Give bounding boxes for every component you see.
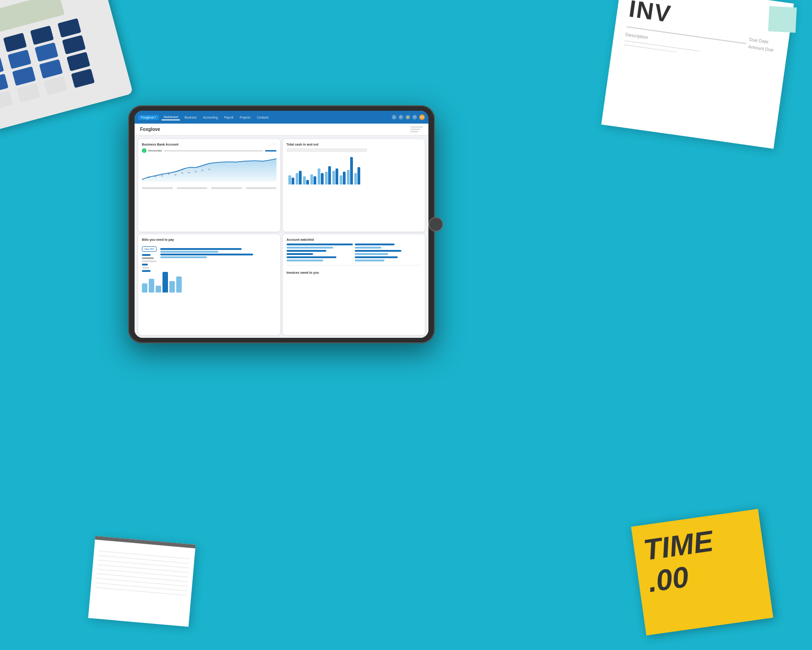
invoice-document: INV Description Due Date Amount Due bbox=[601, 0, 794, 149]
notebook-line bbox=[97, 569, 188, 577]
reconcile-progress bbox=[265, 150, 276, 152]
add-icon[interactable]: + bbox=[392, 115, 396, 119]
bills-bar bbox=[162, 272, 168, 292]
calc-btn bbox=[35, 42, 59, 62]
sticky-note-text: TIME.00 bbox=[641, 519, 759, 598]
bar-group bbox=[296, 171, 302, 184]
calc-btn bbox=[0, 74, 8, 93]
bill-line bbox=[142, 254, 151, 256]
new-bill-button[interactable]: New Bill bbox=[142, 246, 157, 252]
invoice-line bbox=[624, 44, 677, 52]
nav-link-business[interactable]: Business bbox=[183, 115, 198, 120]
ipad-screen: Foxglove ▾ Dashboard Business Accounting… bbox=[135, 111, 428, 338]
ipad-body: Foxglove ▾ Dashboard Business Accounting… bbox=[128, 105, 435, 343]
brand-dropdown-icon[interactable]: ▾ bbox=[155, 116, 156, 119]
bill-line bbox=[142, 270, 151, 272]
nav-brand[interactable]: Foxglove ▾ bbox=[138, 115, 159, 120]
bills-bar bbox=[169, 281, 175, 292]
app-navbar: Foxglove ▾ Dashboard Business Accounting… bbox=[135, 111, 428, 124]
bar-light bbox=[332, 171, 335, 184]
page-title: Foxglove bbox=[140, 127, 160, 132]
bar-dark bbox=[306, 180, 309, 184]
cash-bar-chart bbox=[287, 155, 421, 184]
notebook-line bbox=[98, 551, 189, 559]
calc-btn bbox=[30, 26, 54, 45]
cash-subtitle-bar bbox=[287, 148, 367, 152]
nav-link-accounting[interactable]: Accounting bbox=[201, 115, 220, 120]
footer-item bbox=[246, 187, 277, 189]
bar-dark bbox=[357, 167, 360, 184]
calculator-buttons bbox=[0, 17, 99, 110]
bar-light bbox=[296, 173, 298, 184]
calc-btn bbox=[66, 52, 90, 71]
bar-dark bbox=[299, 171, 302, 184]
bar-light bbox=[303, 176, 306, 184]
widget-menu-dots[interactable]: ··· bbox=[271, 143, 276, 145]
watchlist-line bbox=[287, 244, 353, 245]
bar-light bbox=[310, 174, 313, 184]
bills-right-lines bbox=[160, 248, 276, 258]
invoice-sticky-note bbox=[768, 6, 797, 32]
notebook-line bbox=[98, 555, 189, 563]
notebook-line bbox=[98, 559, 189, 568]
nav-link-projects[interactable]: Projects bbox=[238, 115, 252, 120]
watchlist-line bbox=[287, 260, 323, 261]
bank-account-title: Business Bank Account bbox=[142, 143, 276, 146]
calc-btn bbox=[0, 91, 13, 110]
bank-area-chart bbox=[142, 157, 276, 182]
reconciled-check-icon: ✓ bbox=[142, 148, 146, 153]
nav-icons: + 🔍 🔔 ? MR bbox=[392, 114, 425, 120]
notebook-line bbox=[97, 564, 189, 573]
bar-dark bbox=[336, 168, 338, 184]
reconcile-bar bbox=[164, 150, 263, 152]
help-icon[interactable]: ? bbox=[412, 115, 417, 119]
bar-light bbox=[325, 172, 328, 184]
bar-light bbox=[288, 175, 291, 184]
calc-btn bbox=[39, 59, 63, 79]
watchlist-col-left bbox=[287, 244, 353, 261]
sticky-note: TIME.00 bbox=[631, 509, 774, 636]
bar-dark bbox=[328, 166, 331, 184]
notebook-line bbox=[95, 587, 186, 596]
bills-bar bbox=[149, 279, 154, 292]
ipad: Foxglove ▾ Dashboard Business Accounting… bbox=[128, 105, 435, 343]
menu-line bbox=[410, 129, 420, 130]
bar-light bbox=[347, 170, 350, 184]
nav-link-dashboard[interactable]: Dashboard bbox=[162, 114, 180, 120]
bell-icon[interactable]: 🔔 bbox=[406, 115, 410, 119]
bar-dark bbox=[321, 173, 324, 184]
watchlist-line bbox=[287, 256, 336, 258]
bar-group bbox=[340, 172, 346, 184]
bar-group bbox=[310, 174, 316, 184]
bar-dark bbox=[343, 172, 346, 184]
watchlist-line bbox=[355, 247, 381, 249]
calc-btn bbox=[16, 83, 40, 103]
calc-btn bbox=[3, 33, 27, 53]
reconciled-row: ✓ Reconciled bbox=[142, 148, 276, 153]
watchlist-line bbox=[355, 244, 395, 245]
watchlist-line bbox=[355, 260, 384, 261]
bill-line bbox=[142, 264, 148, 265]
ipad-home-button[interactable] bbox=[428, 217, 443, 232]
nav-link-payroll[interactable]: Payroll bbox=[222, 115, 235, 120]
header-menu-lines[interactable] bbox=[410, 126, 423, 132]
reconciled-label: Reconciled bbox=[148, 149, 162, 152]
search-icon[interactable]: 🔍 bbox=[399, 115, 403, 119]
watchlist-line bbox=[287, 247, 333, 249]
bar-dark bbox=[292, 178, 294, 184]
nav-link-contacts[interactable]: Contacts bbox=[255, 115, 271, 120]
watchlist-line bbox=[355, 256, 398, 258]
user-avatar[interactable]: MR bbox=[419, 114, 425, 120]
bill-amount-line bbox=[160, 248, 242, 250]
bar-light bbox=[340, 175, 342, 184]
invoices-owed-strip: Invoices owed to you bbox=[287, 265, 421, 276]
calc-btn bbox=[71, 69, 95, 88]
bill-amount-line bbox=[160, 251, 218, 253]
calc-btn bbox=[43, 76, 67, 96]
bill-amount-line bbox=[160, 256, 207, 258]
watchlist-line bbox=[287, 253, 313, 255]
calc-btn bbox=[57, 18, 81, 38]
watchlist-widget: Account watchlist bbox=[283, 234, 425, 335]
calc-btn bbox=[7, 49, 31, 69]
bills-bar bbox=[176, 276, 182, 292]
